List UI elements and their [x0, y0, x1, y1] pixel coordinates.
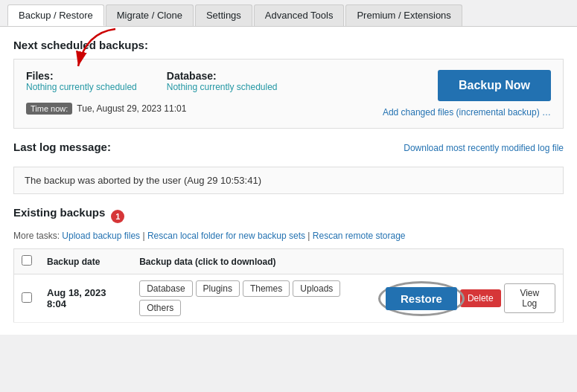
col-checkbox [14, 249, 40, 274]
row-dl-buttons-cell: Database Plugins Themes Uploads Others [132, 274, 378, 323]
database-value: Nothing currently scheduled [167, 82, 278, 92]
log-message: The backup was aborted by the user (Aug … [25, 175, 261, 186]
files-value: Nothing currently scheduled [26, 82, 137, 92]
log-section: Last log message: Download most recently… [13, 141, 564, 161]
upload-backup-link[interactable]: Upload backup files [62, 231, 140, 241]
dl-themes-button[interactable]: Themes [243, 280, 290, 297]
log-box: The backup was aborted by the user (Aug … [13, 167, 564, 194]
sched-files: Files: Nothing currently scheduled [26, 70, 137, 92]
incremental-link[interactable]: Add changed files (incremental backup) … [383, 107, 551, 118]
scheduled-box: Files: Nothing currently scheduled Datab… [13, 59, 564, 129]
table-row: Aug 18, 2023 8:04 Database Plugins Theme… [14, 274, 564, 323]
row-date-cell: Aug 18, 2023 8:04 [39, 274, 132, 323]
row-checkbox-cell [14, 274, 40, 323]
main-content: Next scheduled backups: Files: Nothing [0, 27, 577, 335]
time-value: Tue, August 29, 2023 11:01 [77, 103, 186, 114]
dl-database-button[interactable]: Database [139, 280, 192, 297]
dl-plugins-button[interactable]: Plugins [196, 280, 240, 297]
restore-circle: Restore [386, 287, 457, 310]
view-log-button[interactable]: View Log [504, 283, 555, 313]
col-backup-data: Backup data (click to download) [132, 249, 378, 274]
existing-count-badge: 1 [111, 210, 124, 223]
select-all-checkbox[interactable] [22, 255, 32, 266]
log-title: Last log message: [13, 141, 111, 153]
sched-database: Database: Nothing currently scheduled [167, 70, 278, 92]
row-actions-cell: Restore Delete View Log [378, 274, 563, 323]
delete-button[interactable]: Delete [460, 289, 501, 307]
scheduled-title: Next scheduled backups: [13, 39, 564, 51]
backup-now-button[interactable]: Backup Now [438, 70, 551, 101]
arrow-container: Files: Nothing currently scheduled Datab… [26, 70, 278, 92]
table-header-row: Backup date Backup data (click to downlo… [14, 249, 564, 274]
col-actions [378, 249, 563, 274]
row-checkbox[interactable] [22, 292, 32, 303]
download-log-link[interactable]: Download most recently modified log file [404, 143, 564, 153]
restore-button[interactable]: Restore [386, 287, 457, 310]
tab-migrate-clone[interactable]: Migrate / Clone [106, 4, 194, 26]
dl-others-button[interactable]: Others [139, 300, 181, 316]
database-label: Database: [167, 70, 278, 82]
dl-uploads-button[interactable]: Uploads [293, 280, 340, 297]
scheduled-right: Backup Now Add changed files (incrementa… [383, 70, 551, 118]
existing-title: Existing backups [13, 206, 105, 219]
time-label: Time now: [26, 103, 72, 115]
tab-settings[interactable]: Settings [195, 4, 252, 26]
col-backup-date: Backup date [39, 249, 132, 274]
scheduled-cols: Files: Nothing currently scheduled Datab… [26, 70, 278, 92]
backups-table: Backup date Backup data (click to downlo… [13, 248, 564, 323]
rescan-local-link[interactable]: Rescan local folder for new backup sets [147, 231, 305, 241]
dl-buttons: Database Plugins Themes Uploads Others [139, 280, 371, 316]
tab-backup-restore[interactable]: Backup / Restore [7, 4, 104, 26]
more-tasks: More tasks: Upload backup files | Rescan… [13, 231, 564, 241]
row-date: Aug 18, 2023 8:04 [47, 287, 106, 309]
tab-advanced-tools[interactable]: Advanced Tools [254, 4, 345, 26]
rescan-remote-link[interactable]: Rescan remote storage [313, 231, 406, 241]
scheduled-left: Files: Nothing currently scheduled Datab… [26, 70, 278, 115]
tabs-bar: Backup / Restore Migrate / Clone Setting… [0, 0, 577, 27]
existing-header: Existing backups 1 [13, 206, 564, 226]
files-label: Files: [26, 70, 137, 82]
more-tasks-label: More tasks: [13, 231, 60, 241]
tab-premium-extensions[interactable]: Premium / Extensions [345, 4, 462, 26]
time-row: Time now: Tue, August 29, 2023 11:01 [26, 103, 278, 115]
action-buttons: Restore Delete View Log [386, 283, 555, 313]
